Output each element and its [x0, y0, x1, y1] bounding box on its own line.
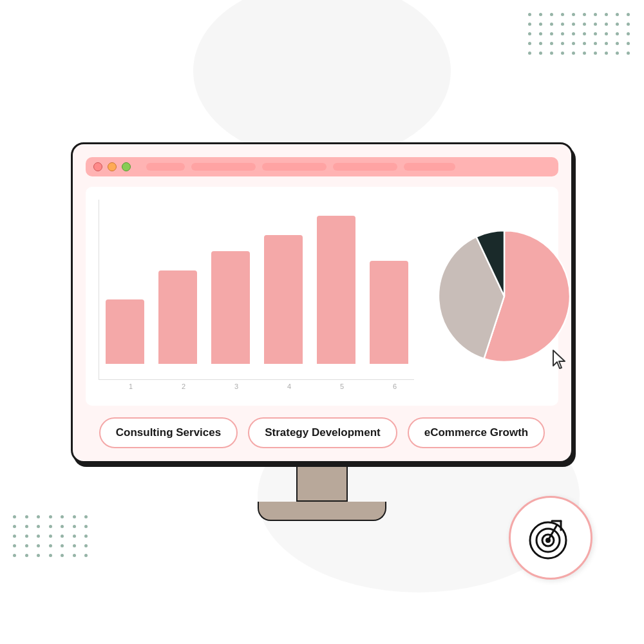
dot	[528, 32, 531, 35]
dots-top-right: for(let i=0;i<50;i++) document.write('<d…	[528, 13, 631, 77]
target-icon	[525, 512, 576, 564]
chart-area: 123456	[86, 187, 558, 406]
dot	[550, 42, 553, 45]
dot	[49, 525, 52, 528]
bar-group-3	[211, 251, 250, 364]
dot	[539, 52, 542, 55]
nav-pills	[146, 163, 455, 171]
nav-pill-4[interactable]	[333, 163, 397, 171]
dot	[528, 13, 531, 16]
bar-group-6	[370, 261, 408, 364]
traffic-light-yellow[interactable]	[108, 162, 117, 171]
dot	[61, 515, 64, 518]
dot	[37, 525, 40, 528]
monitor-stand-neck	[296, 463, 348, 502]
bar-5	[317, 216, 355, 364]
scene: for(let i=0;i<50;i++) document.write('<d…	[0, 0, 644, 644]
traffic-light-red[interactable]	[93, 162, 102, 171]
dot	[605, 52, 608, 55]
dot	[594, 23, 597, 26]
service-pill-consulting[interactable]: Consulting Services	[99, 417, 238, 448]
dot	[561, 42, 564, 45]
bar-4	[264, 235, 303, 364]
dot	[37, 544, 40, 547]
nav-pill-1[interactable]	[146, 163, 185, 171]
dot	[561, 23, 564, 26]
bar-chart-container: 123456	[99, 200, 414, 393]
dot	[73, 554, 76, 557]
dot	[539, 32, 542, 35]
dot	[550, 23, 553, 26]
dot	[49, 554, 52, 557]
dot	[583, 23, 586, 26]
dot	[583, 42, 586, 45]
dot	[572, 52, 575, 55]
dot	[84, 554, 88, 557]
bar-group-1	[106, 299, 144, 364]
dot	[61, 525, 64, 528]
dot	[594, 32, 597, 35]
nav-pill-5[interactable]	[404, 163, 455, 171]
dot	[627, 13, 630, 16]
dot	[605, 13, 608, 16]
dot	[616, 13, 619, 16]
service-pill-strategy[interactable]: Strategy Development	[248, 417, 397, 448]
bar-group-5	[317, 216, 355, 364]
monitor-stand-base	[258, 502, 386, 521]
dot	[616, 42, 619, 45]
x-label-4: 4	[270, 383, 308, 390]
dot	[561, 32, 564, 35]
nav-pill-2[interactable]	[191, 163, 256, 171]
chart-x-labels: 123456	[99, 383, 414, 390]
dot	[84, 535, 88, 538]
dot	[572, 42, 575, 45]
nav-pill-3[interactable]	[262, 163, 327, 171]
dot	[572, 32, 575, 35]
bar-2	[158, 270, 197, 364]
bar-chart	[99, 200, 414, 380]
dot	[550, 13, 553, 16]
dot	[25, 515, 28, 518]
dot	[49, 535, 52, 538]
dot	[13, 525, 16, 528]
dot	[37, 554, 40, 557]
dot	[13, 554, 16, 557]
dot	[37, 515, 40, 518]
service-pill-ecommerce[interactable]: eCommerce Growth	[408, 417, 545, 448]
dot	[627, 32, 630, 35]
dot	[61, 535, 64, 538]
dot	[583, 52, 586, 55]
dot	[49, 515, 52, 518]
cursor-icon	[551, 349, 569, 374]
bar-6	[370, 261, 408, 364]
dot	[572, 13, 575, 16]
x-label-6: 6	[375, 383, 414, 390]
x-label-5: 5	[323, 383, 361, 390]
dot	[572, 23, 575, 26]
bar-group-2	[158, 270, 197, 364]
dot	[594, 13, 597, 16]
dot	[528, 23, 531, 26]
dot	[25, 554, 28, 557]
dot	[73, 535, 76, 538]
bar-1	[106, 299, 144, 364]
dot	[561, 13, 564, 16]
dot	[605, 32, 608, 35]
pie-chart-container	[427, 200, 582, 393]
dot	[25, 544, 28, 547]
dot	[13, 544, 16, 547]
dot	[84, 525, 88, 528]
dot	[539, 42, 542, 45]
traffic-light-green[interactable]	[122, 162, 131, 171]
dot	[539, 13, 542, 16]
dot	[61, 544, 64, 547]
dot	[37, 535, 40, 538]
dot	[561, 52, 564, 55]
x-label-2: 2	[164, 383, 203, 390]
svg-point-6	[545, 538, 551, 543]
dot	[528, 52, 531, 55]
dot	[583, 32, 586, 35]
dot	[627, 52, 630, 55]
service-pills: Consulting Services Strategy Development…	[86, 417, 558, 448]
dot	[594, 52, 597, 55]
